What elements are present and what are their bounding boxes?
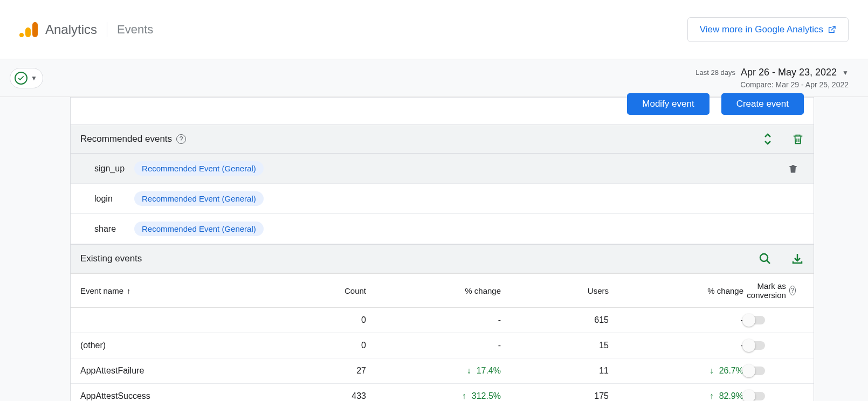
svg-line-1 xyxy=(767,260,770,264)
view-more-label: View more in Google Analytics xyxy=(700,24,823,35)
conversion-toggle[interactable] xyxy=(743,341,765,350)
view-more-button[interactable]: View more in Google Analytics xyxy=(687,17,849,42)
check-circle-icon xyxy=(15,72,27,85)
content-area: Modify event Create event Recommended ev… xyxy=(0,97,868,401)
table-row[interactable]: (other) 0 - 15 - xyxy=(71,333,814,358)
brand-block: Analytics xyxy=(19,22,97,37)
change-cell: ↑312.5% xyxy=(366,391,501,401)
column-users-change[interactable]: % change xyxy=(609,286,743,295)
table-row[interactable]: AppAttestFailure 27 ↓17.4% 11 ↓26.7% xyxy=(71,358,814,384)
conversion-toggle-cell xyxy=(743,392,835,400)
analytics-logo-icon xyxy=(19,22,38,37)
page-title: Events xyxy=(117,23,153,37)
download-icon[interactable] xyxy=(791,252,804,265)
users-cell: 15 xyxy=(501,341,609,350)
table-header-row: Event name ↑ Count % change Users % chan… xyxy=(71,273,814,308)
action-row: Modify event Create event xyxy=(71,98,814,125)
sub-bar: ▼ Last 28 days Apr 26 - May 23, 2022 ▼ C… xyxy=(0,59,868,97)
recommended-title: Recommended events xyxy=(80,134,172,144)
date-range: Apr 26 - May 23, 2022 xyxy=(741,67,837,78)
users-cell: 175 xyxy=(501,391,609,401)
help-icon[interactable]: ? xyxy=(789,286,796,295)
conversion-toggle[interactable] xyxy=(743,316,765,324)
table-row[interactable]: AppAttestSuccess 433 ↑312.5% 175 ↑82.9% xyxy=(71,384,814,401)
top-bar: Analytics Events View more in Google Ana… xyxy=(0,0,868,59)
column-mark-conversion: Mark as conversion ? xyxy=(743,281,839,300)
brand-label: Analytics xyxy=(45,22,97,37)
arrow-up-icon: ↑ xyxy=(462,391,466,401)
chevron-down-icon: ▼ xyxy=(842,69,849,77)
trash-icon[interactable] xyxy=(788,163,798,175)
count-cell: 0 xyxy=(296,315,366,325)
conversion-toggle-cell xyxy=(743,341,835,350)
change-cell: ↓17.4% xyxy=(366,366,501,376)
column-count-change[interactable]: % change xyxy=(366,286,501,295)
table-row[interactable]: 0 - 615 - xyxy=(71,308,814,333)
conversion-toggle[interactable] xyxy=(743,392,765,400)
expand-collapse-icon[interactable] xyxy=(763,133,773,145)
arrow-down-icon: ↓ xyxy=(709,366,714,376)
event-name-cell: AppAttestSuccess xyxy=(80,391,296,401)
count-cell: 27 xyxy=(296,366,366,376)
trash-icon[interactable] xyxy=(792,133,804,146)
status-filter-pill[interactable]: ▼ xyxy=(10,68,43,88)
chevron-down-icon: ▼ xyxy=(31,74,37,82)
users-cell: 615 xyxy=(501,315,609,325)
recommended-row[interactable]: share Recommended Event (General) xyxy=(71,214,814,244)
external-link-icon xyxy=(828,25,836,34)
existing-section-header: Existing events xyxy=(71,244,814,273)
recommended-chip: Recommended Event (General) xyxy=(134,222,264,236)
column-event-name[interactable]: Event name ↑ xyxy=(80,286,296,295)
recommended-chip: Recommended Event (General) xyxy=(134,161,264,176)
change-cell: - xyxy=(609,341,743,350)
help-icon[interactable]: ? xyxy=(176,134,186,144)
recommended-row[interactable]: login Recommended Event (General) xyxy=(71,184,814,214)
recommended-event-name: share xyxy=(94,224,125,234)
recommended-chip: Recommended Event (General) xyxy=(134,191,264,206)
recommended-event-name: login xyxy=(94,194,125,204)
users-cell: 11 xyxy=(501,366,609,376)
column-count[interactable]: Count xyxy=(296,286,366,295)
event-name-cell: AppAttestFailure xyxy=(80,366,296,376)
existing-title: Existing events xyxy=(80,253,142,264)
date-prefix: Last 28 days xyxy=(695,68,735,77)
change-cell: - xyxy=(366,315,501,325)
change-cell: - xyxy=(609,315,743,325)
modify-event-button[interactable]: Modify event xyxy=(627,93,709,115)
change-cell: - xyxy=(366,341,501,350)
event-name-cell: (other) xyxy=(80,341,296,350)
arrow-up-icon: ↑ xyxy=(709,391,714,401)
date-compare: Compare: Mar 29 - Apr 25, 2022 xyxy=(695,80,849,89)
events-panel: Modify event Create event Recommended ev… xyxy=(70,97,814,401)
create-event-button[interactable]: Create event xyxy=(721,93,804,115)
recommended-row[interactable]: sign_up Recommended Event (General) xyxy=(71,154,814,184)
divider xyxy=(107,22,107,37)
count-cell: 433 xyxy=(296,391,366,401)
date-range-block[interactable]: Last 28 days Apr 26 - May 23, 2022 ▼ Com… xyxy=(695,67,849,89)
change-cell: ↑82.9% xyxy=(609,391,743,401)
arrow-down-icon: ↓ xyxy=(467,366,471,376)
search-icon[interactable] xyxy=(759,252,771,265)
column-users[interactable]: Users xyxy=(501,286,609,295)
conversion-toggle[interactable] xyxy=(743,367,765,375)
conversion-toggle-cell xyxy=(743,316,835,324)
top-bar-left: Analytics Events xyxy=(19,22,153,37)
sort-up-icon: ↑ xyxy=(127,286,131,295)
svg-point-0 xyxy=(760,254,768,261)
change-cell: ↓26.7% xyxy=(609,366,743,376)
conversion-toggle-cell xyxy=(743,367,835,375)
recommended-section-header: Recommended events ? xyxy=(71,125,814,154)
count-cell: 0 xyxy=(296,341,366,350)
recommended-event-name: sign_up xyxy=(94,164,125,174)
